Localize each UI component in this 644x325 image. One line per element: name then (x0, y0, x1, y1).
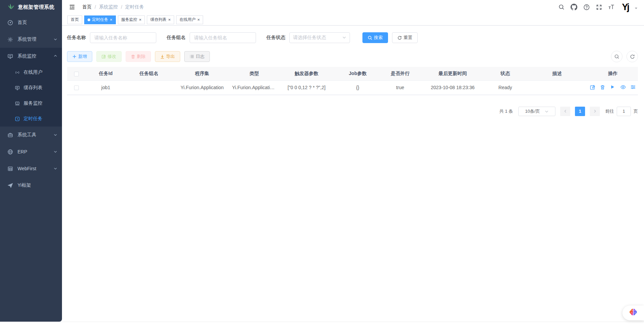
font-size-icon[interactable] (608, 4, 615, 10)
sidebar-item-timed-tasks[interactable]: 定时任务 (0, 111, 62, 127)
main-area: 首页 / 系统监控 / 定时任务 (62, 0, 644, 325)
sidebar-fold-icon[interactable] (69, 3, 76, 11)
export-button[interactable]: 导出 (155, 51, 180, 62)
app-title: 意框架管理系统 (18, 4, 55, 10)
sidebar-item-system-management[interactable]: 系统管理 (0, 31, 62, 48)
sidebar-group-system-monitor: 系统监控 在线用户 (0, 48, 62, 127)
add-button-label: 新增 (78, 53, 87, 60)
tab-timed-tasks[interactable]: 定时任务 × (84, 15, 116, 24)
sidebar-item-online-users[interactable]: 在线用户 (0, 65, 62, 80)
server-icon (15, 101, 20, 106)
tab-home[interactable]: 首页 (67, 15, 82, 24)
chevron-down-icon (342, 35, 346, 40)
gear-icon (7, 36, 13, 42)
github-icon[interactable] (571, 4, 577, 10)
app-root: 意框架管理系统 首页 系统管理 (0, 0, 644, 325)
row-delete-icon[interactable] (600, 85, 606, 90)
search-button[interactable]: 搜索 (362, 32, 388, 43)
sidebar-item-webfirst[interactable]: WebFirst (0, 160, 62, 177)
chevron-down-icon (545, 109, 549, 113)
row-run-icon[interactable] (610, 85, 616, 90)
reset-button-label: 重置 (404, 35, 412, 41)
row-checkbox[interactable] (74, 85, 79, 90)
chevron-down-icon (54, 166, 57, 171)
task-group-label: 任务组名 (167, 35, 186, 41)
next-page-button[interactable] (590, 107, 600, 116)
sidebar-item-cache-list[interactable]: 缓存列表 (0, 80, 62, 96)
page-size-label: 10条/页 (525, 108, 540, 114)
breadcrumb-home[interactable]: 首页 (82, 4, 92, 10)
row-view-icon[interactable] (620, 85, 626, 90)
cell-status: Ready (484, 80, 526, 95)
sidebar-item-label: 定时任务 (24, 116, 42, 122)
horizontal-scrollbar[interactable] (0, 322, 644, 325)
log-button[interactable]: 日志 (184, 51, 210, 62)
goto-page-input[interactable] (617, 107, 631, 116)
table-toolbar: 新增 修改 删除 导出 (67, 51, 638, 62)
reset-button[interactable]: 重置 (392, 32, 418, 43)
sidebar-item-home[interactable]: 首页 (0, 14, 62, 31)
close-icon[interactable]: × (168, 17, 171, 22)
fullscreen-icon[interactable] (595, 4, 602, 10)
close-icon[interactable]: × (110, 17, 112, 22)
tasks-table: 任务Id 任务组名 程序集 类型 触发器参数 Job参数 是否并行 最后更新时间… (67, 67, 638, 95)
sidebar-item-system-monitor[interactable]: 系统监控 (0, 48, 62, 65)
row-edit-icon[interactable] (590, 85, 595, 90)
col-concurrent: 是否并行 (379, 67, 421, 80)
sidebar-item-label: WebFirst (18, 166, 54, 171)
edit-button[interactable]: 修改 (96, 51, 122, 62)
log-button-label: 日志 (196, 53, 204, 60)
select-placeholder: 请选择任务状态 (293, 35, 342, 41)
tag-view-bar: 首页 定时任务 × 服务监控 × 缓存列表 × 在线用户 × (62, 14, 644, 26)
row-select-cell (67, 80, 86, 95)
sidebar-item-label: 系统管理 (18, 36, 54, 42)
assistant-float-button[interactable] (622, 305, 644, 320)
app-logo[interactable]: 意框架管理系统 (0, 0, 62, 14)
tab-online-users[interactable]: 在线用户 × (176, 15, 203, 24)
close-icon[interactable]: × (139, 17, 142, 22)
task-status-select[interactable]: 请选择任务状态 (289, 32, 350, 43)
tab-cache-list[interactable]: 缓存列表 × (147, 15, 174, 24)
user-avatar-logo[interactable]: Yj (622, 2, 629, 12)
help-icon[interactable] (583, 4, 590, 10)
toggle-search-button[interactable] (611, 51, 622, 62)
sidebar-item-system-tools[interactable]: 系统工具 (0, 127, 62, 143)
avatar-dropdown-icon[interactable] (634, 5, 638, 11)
tab-label: 在线用户 (180, 17, 196, 23)
toolbar-right-tools (611, 51, 638, 62)
cell-actions (588, 80, 638, 95)
pagination-total: 共 1 条 (500, 108, 513, 114)
sidebar: 意框架管理系统 首页 系统管理 (0, 0, 62, 322)
goto-unit-label: 页 (634, 108, 638, 114)
tab-label: 首页 (71, 17, 79, 23)
pagination-goto: 前往 页 (605, 107, 638, 116)
sidebar-item-erp[interactable]: ERP (0, 143, 62, 160)
goto-label: 前往 (605, 108, 614, 114)
export-button-label: 导出 (166, 53, 175, 60)
row-more-settings-icon[interactable] (631, 85, 636, 90)
sidebar-item-service-monitor[interactable]: 服务监控 (0, 96, 62, 111)
sidebar-item-yi-framework[interactable]: Yi框架 (0, 177, 62, 194)
sidebar-item-label: Yi框架 (18, 182, 57, 188)
refresh-button[interactable] (626, 51, 638, 62)
col-task-id: 任务Id (86, 67, 126, 80)
table-row[interactable]: job1 Yi.Furion.Application Yi.Furion.App… (67, 80, 638, 95)
sidebar-item-label: 缓存列表 (24, 85, 42, 91)
prev-page-button[interactable] (560, 107, 570, 116)
pagination: 共 1 条 10条/页 1 前往 页 (67, 107, 638, 116)
page-number-button[interactable]: 1 (575, 107, 585, 116)
cell-type: Yi.Furion.Application... (232, 80, 277, 95)
topbar: 首页 / 系统监控 / 定时任务 (62, 0, 644, 14)
delete-button[interactable]: 删除 (126, 51, 151, 62)
close-icon[interactable]: × (197, 17, 200, 22)
filter-task-name: 任务名称 (67, 32, 156, 43)
select-all-checkbox[interactable] (74, 72, 79, 76)
sidebar-item-label: 系统监控 (18, 53, 54, 59)
tab-service-monitor[interactable]: 服务监控 × (118, 15, 145, 24)
page-size-select[interactable]: 10条/页 (518, 107, 555, 116)
task-group-input[interactable] (190, 32, 256, 43)
task-name-input[interactable] (90, 32, 156, 43)
table-header-row: 任务Id 任务组名 程序集 类型 触发器参数 Job参数 是否并行 最后更新时间… (67, 67, 638, 80)
add-button[interactable]: 新增 (67, 51, 92, 62)
search-icon[interactable] (558, 4, 565, 10)
